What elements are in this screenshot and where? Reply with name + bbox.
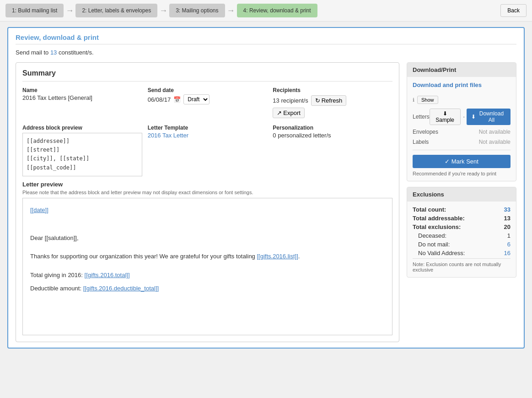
- section-title: Review, download & print: [16, 33, 516, 44]
- do-not-mail-value: 6: [507, 241, 511, 248]
- letter-template-label: Letter Template: [148, 125, 268, 131]
- letter-preview-label: Letter preview: [22, 181, 392, 188]
- show-button[interactable]: Show: [417, 96, 438, 104]
- personalization-label: Personalization: [273, 125, 392, 131]
- deceased-row: Deceased: 1: [413, 232, 511, 239]
- no-valid-label: No Valid Address:: [418, 250, 465, 256]
- letter-body2: Total giving in 2016: [[gifts.2016.total…: [30, 271, 385, 280]
- download-section-title: Download and print files: [413, 82, 482, 88]
- send-mail-info: Send mail to 13 constituent/s.: [16, 49, 516, 56]
- export-button[interactable]: ↗ Export: [273, 108, 305, 118]
- back-button[interactable]: Back: [500, 4, 527, 17]
- labels-label: Labels: [413, 139, 429, 145]
- do-not-mail-label: Do not mail:: [418, 241, 450, 248]
- no-valid-value: 16: [504, 250, 511, 256]
- letter-template-link[interactable]: 2016 Tax Letter: [148, 132, 188, 139]
- personalization-field: Personalization 0 personalized letter/s: [273, 125, 392, 176]
- letter-salutation: Dear [[salutation]],: [30, 234, 385, 243]
- section-card: Review, download & print Send mail to 13…: [7, 27, 525, 349]
- gifts-total-link[interactable]: [[gifts.2016.total]]: [85, 272, 130, 278]
- step3-nav[interactable]: 3: Mailing options: [169, 4, 225, 17]
- step1-nav[interactable]: 1: Build mailing list: [5, 4, 64, 17]
- envelopes-row: Envelopes Not available: [413, 129, 511, 135]
- labels-row: Labels Not available: [413, 139, 511, 145]
- recipients-label: Recipients: [273, 87, 392, 93]
- constituents-link[interactable]: 13: [50, 49, 57, 56]
- download-icon-small: ⬇: [443, 110, 447, 117]
- no-valid-row: No Valid Address: 16: [413, 250, 511, 256]
- exclusions-body: Total count: 33 Total addressable: 13 To…: [407, 202, 516, 277]
- send-date-label: Send date: [148, 87, 268, 93]
- step4-nav[interactable]: 4: Review, download & print: [237, 4, 317, 17]
- sample-button[interactable]: ⬇ Sample: [430, 109, 461, 125]
- send-date-field: Send date 06/08/17 📅 Draft Sent: [148, 87, 268, 118]
- step2-nav[interactable]: 2: Letter, labels & envelopes: [75, 4, 157, 17]
- summary-title: Summary: [22, 69, 392, 82]
- step2-box[interactable]: 2: Letter, labels & envelopes: [75, 4, 157, 17]
- download-print-header: Download/Print: [407, 63, 516, 77]
- mark-sent-note: Recommended if you're ready to print: [413, 171, 511, 176]
- download-print-card: Download/Print Download and print files …: [407, 62, 516, 181]
- total-exclusions-row: Total exclusions: 20: [413, 224, 511, 230]
- download-all-icon: ⬇: [471, 114, 476, 120]
- inner-layout: Summary Name 2016 Tax Letters [General] …: [16, 62, 516, 342]
- dot-separator: ·: [463, 114, 465, 120]
- arrow1-icon: →: [65, 6, 74, 16]
- total-exclusions-label: Total exclusions:: [413, 224, 461, 230]
- gifts-deductible-link[interactable]: [[gifts.2016.deductible_total]]: [83, 285, 159, 292]
- send-date-value: 06/08/17: [148, 96, 171, 103]
- arrow3-icon: →: [227, 6, 235, 16]
- total-addressable-row: Total addressable: 13: [413, 215, 511, 222]
- total-count-label: Total count:: [413, 206, 446, 213]
- summary-grid-row2: Address block preview [[addressee]] [[st…: [22, 125, 392, 176]
- total-addressable-label: Total addressable:: [413, 215, 465, 222]
- step4-box[interactable]: 4: Review, download & print: [237, 4, 317, 17]
- envelopes-label: Envelopes: [413, 129, 438, 135]
- address-preview: [[addressee]] [[street]] [[city]], [[sta…: [22, 133, 142, 176]
- deceased-value: 1: [507, 232, 511, 239]
- exclusions-note: Note: Exclusion counts are not mutually …: [413, 258, 511, 273]
- right-panel: Download/Print Download and print files …: [407, 62, 516, 342]
- exclusions-card: Exclusions Total count: 33 Total address…: [407, 187, 516, 278]
- personalization-value: 0 personalized letter/s: [273, 132, 331, 139]
- address-block-field: Address block preview [[addressee]] [[st…: [22, 125, 142, 176]
- export-icon: ↗: [277, 109, 282, 116]
- calendar-icon[interactable]: 📅: [173, 96, 181, 103]
- do-not-mail-row: Do not mail: 6: [413, 241, 511, 248]
- name-value: 2016 Tax Letters [General]: [22, 94, 92, 101]
- total-count-value: 33: [504, 206, 511, 213]
- name-field: Name 2016 Tax Letters [General]: [22, 87, 142, 118]
- letter-body1: Thanks for supporting our organization t…: [30, 252, 385, 262]
- total-addressable-value: 13: [504, 215, 511, 222]
- top-navigation: 1: Build mailing list → 2: Letter, label…: [0, 0, 532, 22]
- refresh-icon: ↻: [315, 97, 320, 104]
- refresh-button[interactable]: ↻ Refresh: [311, 95, 347, 106]
- address-block-label: Address block preview: [22, 125, 142, 131]
- address-line3: [[city]], [[state]] [[postal_code]]: [27, 154, 138, 172]
- exclusions-header: Exclusions: [407, 187, 516, 202]
- mark-sent-button[interactable]: ✓ Mark Sent: [413, 155, 511, 168]
- left-panel: Summary Name 2016 Tax Letters [General] …: [16, 62, 399, 342]
- gifts-list-link[interactable]: [[gifts.2016.list]]: [257, 253, 298, 260]
- letter-body3: Deductible amount: [[gifts.2016.deductib…: [30, 284, 385, 294]
- download-print-body: Download and print files ℹ Show Letters …: [407, 77, 516, 181]
- labels-value: Not available: [479, 139, 511, 145]
- download-all-button[interactable]: ⬇ Download All: [467, 109, 511, 125]
- step3-box[interactable]: 3: Mailing options: [169, 4, 225, 17]
- envelopes-value: Not available: [479, 129, 511, 135]
- divider: [413, 150, 511, 150]
- deceased-label: Deceased:: [418, 232, 446, 239]
- letter-date: [[date]]: [30, 206, 385, 215]
- arrow2-icon: →: [159, 6, 167, 16]
- recipients-count: 13 recipient/s: [273, 97, 308, 104]
- draft-select[interactable]: Draft Sent: [183, 94, 210, 104]
- name-label: Name: [22, 87, 142, 93]
- letter-preview-box: [[date]] Dear [[salutation]], Thanks for…: [22, 198, 392, 335]
- recipients-field: Recipients 13 recipient/s ↻ Refresh: [273, 87, 392, 118]
- letters-label: Letters: [413, 114, 430, 120]
- step1-box[interactable]: 1: Build mailing list: [5, 4, 64, 17]
- recipients-row: 13 recipient/s ↻ Refresh: [273, 95, 392, 106]
- summary-box: Summary Name 2016 Tax Letters [General] …: [16, 62, 399, 342]
- address-line2: [[street]]: [27, 146, 138, 154]
- letter-date-link[interactable]: [[date]]: [30, 207, 48, 213]
